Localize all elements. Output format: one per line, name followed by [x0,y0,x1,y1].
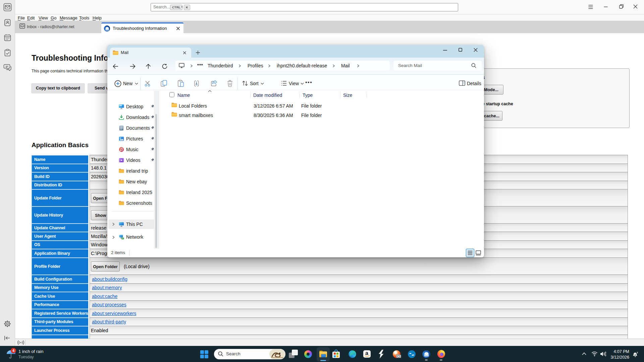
svg-text:z: z [637,351,638,354]
svg-text:A: A [196,82,198,85]
